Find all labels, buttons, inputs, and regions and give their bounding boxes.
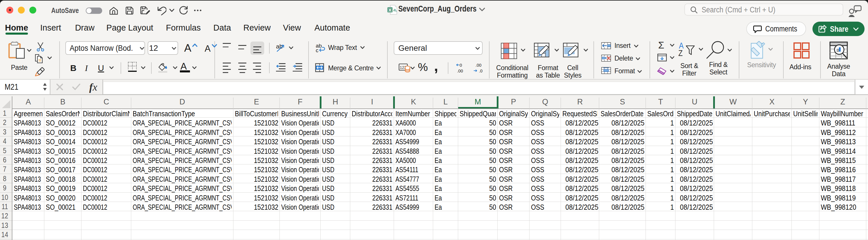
svg-text:.00: .00 [457, 69, 463, 73]
svg-text:0: 0 [460, 63, 462, 68]
svg-text:c: c [316, 47, 319, 53]
svg-text:.0: .0 [479, 69, 483, 73]
svg-text:a,: a, [394, 7, 397, 12]
svg-text:ab: ab [276, 43, 283, 50]
svg-text:.00: .00 [475, 63, 482, 68]
svg-text:X: X [389, 7, 392, 12]
